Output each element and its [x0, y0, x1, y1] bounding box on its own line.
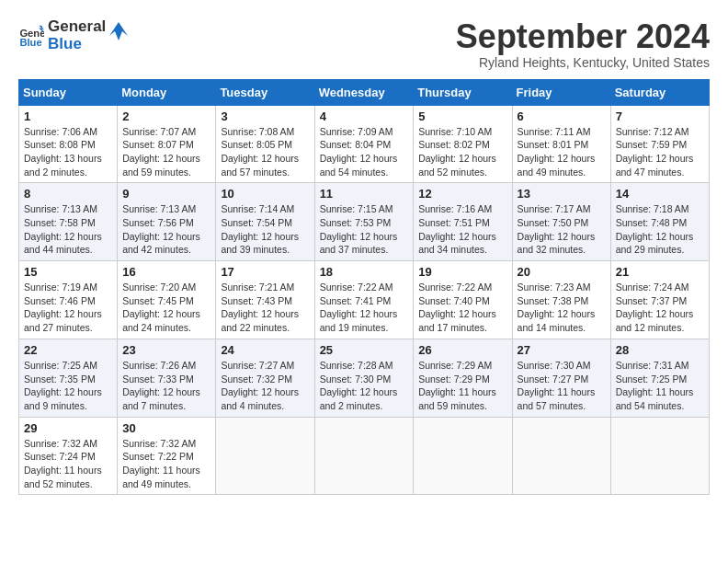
- calendar-cell: 9Sunrise: 7:13 AM Sunset: 7:56 PM Daylig…: [118, 183, 216, 261]
- day-info: Sunrise: 7:08 AM Sunset: 8:05 PM Dayligh…: [221, 125, 309, 179]
- title-section: September 2024 Ryland Heights, Kentucky,…: [456, 18, 710, 70]
- day-info: Sunrise: 7:23 AM Sunset: 7:38 PM Dayligh…: [518, 281, 606, 335]
- day-number: 11: [320, 187, 409, 201]
- weekday-header-wednesday: Wednesday: [314, 79, 414, 105]
- day-number: 23: [122, 343, 210, 357]
- calendar-cell: [216, 417, 314, 495]
- day-info: Sunrise: 7:30 AM Sunset: 7:27 PM Dayligh…: [518, 359, 606, 413]
- weekday-header-monday: Monday: [118, 79, 216, 105]
- location-text: Ryland Heights, Kentucky, United States: [456, 55, 710, 70]
- calendar-cell: 23Sunrise: 7:26 AM Sunset: 7:33 PM Dayli…: [118, 339, 216, 417]
- day-number: 26: [418, 343, 506, 357]
- day-number: 20: [518, 265, 606, 279]
- day-info: Sunrise: 7:10 AM Sunset: 8:02 PM Dayligh…: [418, 125, 506, 179]
- calendar-cell: 17Sunrise: 7:21 AM Sunset: 7:43 PM Dayli…: [216, 261, 314, 339]
- day-info: Sunrise: 7:32 AM Sunset: 7:22 PM Dayligh…: [122, 437, 210, 491]
- day-number: 18: [320, 265, 409, 279]
- calendar-cell: [512, 417, 610, 495]
- day-number: 9: [122, 187, 210, 201]
- day-info: Sunrise: 7:18 AM Sunset: 7:48 PM Dayligh…: [616, 202, 704, 257]
- weekday-header-saturday: Saturday: [610, 79, 709, 105]
- calendar-cell: 13Sunrise: 7:17 AM Sunset: 7:50 PM Dayli…: [512, 183, 610, 261]
- calendar-cell: [610, 417, 709, 495]
- day-info: Sunrise: 7:09 AM Sunset: 8:04 PM Dayligh…: [320, 125, 409, 179]
- day-number: 25: [320, 343, 409, 357]
- day-info: Sunrise: 7:13 AM Sunset: 7:58 PM Dayligh…: [24, 202, 112, 257]
- day-info: Sunrise: 7:17 AM Sunset: 7:50 PM Dayligh…: [518, 202, 606, 257]
- day-info: Sunrise: 7:12 AM Sunset: 7:59 PM Dayligh…: [616, 125, 704, 179]
- calendar-cell: 29Sunrise: 7:32 AM Sunset: 7:24 PM Dayli…: [19, 417, 118, 495]
- calendar-cell: 16Sunrise: 7:20 AM Sunset: 7:45 PM Dayli…: [118, 261, 216, 339]
- logo: General Blue General Blue: [18, 18, 128, 52]
- day-number: 15: [24, 265, 112, 279]
- calendar-cell: 27Sunrise: 7:30 AM Sunset: 7:27 PM Dayli…: [512, 339, 610, 417]
- day-number: 22: [24, 343, 112, 357]
- day-info: Sunrise: 7:25 AM Sunset: 7:35 PM Dayligh…: [24, 359, 112, 413]
- calendar-header-row: SundayMondayTuesdayWednesdayThursdayFrid…: [19, 79, 710, 105]
- svg-marker-4: [109, 22, 128, 40]
- logo-general: General: [48, 18, 106, 36]
- calendar-cell: 11Sunrise: 7:15 AM Sunset: 7:53 PM Dayli…: [314, 183, 414, 261]
- calendar-cell: 2Sunrise: 7:07 AM Sunset: 8:07 PM Daylig…: [118, 105, 216, 183]
- calendar-week-row: 1Sunrise: 7:06 AM Sunset: 8:08 PM Daylig…: [19, 105, 710, 183]
- calendar-cell: 30Sunrise: 7:32 AM Sunset: 7:22 PM Dayli…: [118, 417, 216, 495]
- day-info: Sunrise: 7:13 AM Sunset: 7:56 PM Dayligh…: [122, 202, 210, 257]
- calendar-cell: 5Sunrise: 7:10 AM Sunset: 8:02 PM Daylig…: [414, 105, 512, 183]
- day-info: Sunrise: 7:26 AM Sunset: 7:33 PM Dayligh…: [122, 359, 210, 413]
- day-info: Sunrise: 7:31 AM Sunset: 7:25 PM Dayligh…: [616, 359, 704, 413]
- day-number: 4: [320, 109, 409, 123]
- day-number: 21: [616, 265, 704, 279]
- day-number: 24: [221, 343, 309, 357]
- calendar-cell: 15Sunrise: 7:19 AM Sunset: 7:46 PM Dayli…: [19, 261, 118, 339]
- day-info: Sunrise: 7:24 AM Sunset: 7:37 PM Dayligh…: [616, 281, 704, 335]
- day-number: 10: [221, 187, 309, 201]
- day-number: 28: [616, 343, 704, 357]
- calendar-cell: 12Sunrise: 7:16 AM Sunset: 7:51 PM Dayli…: [414, 183, 512, 261]
- day-number: 12: [418, 187, 506, 201]
- day-info: Sunrise: 7:22 AM Sunset: 7:40 PM Dayligh…: [418, 281, 506, 335]
- calendar-cell: 1Sunrise: 7:06 AM Sunset: 8:08 PM Daylig…: [19, 105, 118, 183]
- calendar-cell: 22Sunrise: 7:25 AM Sunset: 7:35 PM Dayli…: [19, 339, 118, 417]
- calendar-week-row: 8Sunrise: 7:13 AM Sunset: 7:58 PM Daylig…: [19, 183, 710, 261]
- calendar-cell: 14Sunrise: 7:18 AM Sunset: 7:48 PM Dayli…: [610, 183, 709, 261]
- day-number: 6: [518, 109, 606, 123]
- day-number: 19: [418, 265, 506, 279]
- day-number: 27: [518, 343, 606, 357]
- day-number: 5: [418, 109, 506, 123]
- day-info: Sunrise: 7:15 AM Sunset: 7:53 PM Dayligh…: [320, 202, 409, 257]
- day-number: 16: [122, 265, 210, 279]
- calendar-cell: 20Sunrise: 7:23 AM Sunset: 7:38 PM Dayli…: [512, 261, 610, 339]
- day-info: Sunrise: 7:06 AM Sunset: 8:08 PM Dayligh…: [24, 125, 112, 179]
- calendar-cell: 21Sunrise: 7:24 AM Sunset: 7:37 PM Dayli…: [610, 261, 709, 339]
- day-info: Sunrise: 7:32 AM Sunset: 7:24 PM Dayligh…: [24, 437, 112, 491]
- day-info: Sunrise: 7:20 AM Sunset: 7:45 PM Dayligh…: [122, 281, 210, 335]
- calendar-cell: 25Sunrise: 7:28 AM Sunset: 7:30 PM Dayli…: [314, 339, 414, 417]
- calendar-cell: 6Sunrise: 7:11 AM Sunset: 8:01 PM Daylig…: [512, 105, 610, 183]
- day-number: 8: [24, 187, 112, 201]
- day-info: Sunrise: 7:22 AM Sunset: 7:41 PM Dayligh…: [320, 281, 409, 335]
- calendar-cell: 10Sunrise: 7:14 AM Sunset: 7:54 PM Dayli…: [216, 183, 314, 261]
- day-info: Sunrise: 7:07 AM Sunset: 8:07 PM Dayligh…: [122, 125, 210, 179]
- day-info: Sunrise: 7:14 AM Sunset: 7:54 PM Dayligh…: [221, 202, 309, 257]
- day-number: 17: [221, 265, 309, 279]
- logo-blue: Blue: [48, 36, 106, 53]
- weekday-header-tuesday: Tuesday: [216, 79, 314, 105]
- day-number: 14: [616, 187, 704, 201]
- calendar-cell: [414, 417, 512, 495]
- calendar-cell: 7Sunrise: 7:12 AM Sunset: 7:59 PM Daylig…: [610, 105, 709, 183]
- calendar-cell: 4Sunrise: 7:09 AM Sunset: 8:04 PM Daylig…: [314, 105, 414, 183]
- calendar-week-row: 22Sunrise: 7:25 AM Sunset: 7:35 PM Dayli…: [19, 339, 710, 417]
- day-info: Sunrise: 7:27 AM Sunset: 7:32 PM Dayligh…: [221, 359, 309, 413]
- calendar-cell: 18Sunrise: 7:22 AM Sunset: 7:41 PM Dayli…: [314, 261, 414, 339]
- calendar-cell: 8Sunrise: 7:13 AM Sunset: 7:58 PM Daylig…: [19, 183, 118, 261]
- day-number: 2: [122, 109, 210, 123]
- weekday-header-thursday: Thursday: [414, 79, 512, 105]
- day-info: Sunrise: 7:11 AM Sunset: 8:01 PM Dayligh…: [518, 125, 606, 179]
- calendar-cell: [314, 417, 414, 495]
- weekday-header-friday: Friday: [512, 79, 610, 105]
- day-info: Sunrise: 7:29 AM Sunset: 7:29 PM Dayligh…: [418, 359, 506, 413]
- calendar-cell: 26Sunrise: 7:29 AM Sunset: 7:29 PM Dayli…: [414, 339, 512, 417]
- day-info: Sunrise: 7:28 AM Sunset: 7:30 PM Dayligh…: [320, 359, 409, 413]
- calendar-cell: 19Sunrise: 7:22 AM Sunset: 7:40 PM Dayli…: [414, 261, 512, 339]
- weekday-header-sunday: Sunday: [19, 79, 118, 105]
